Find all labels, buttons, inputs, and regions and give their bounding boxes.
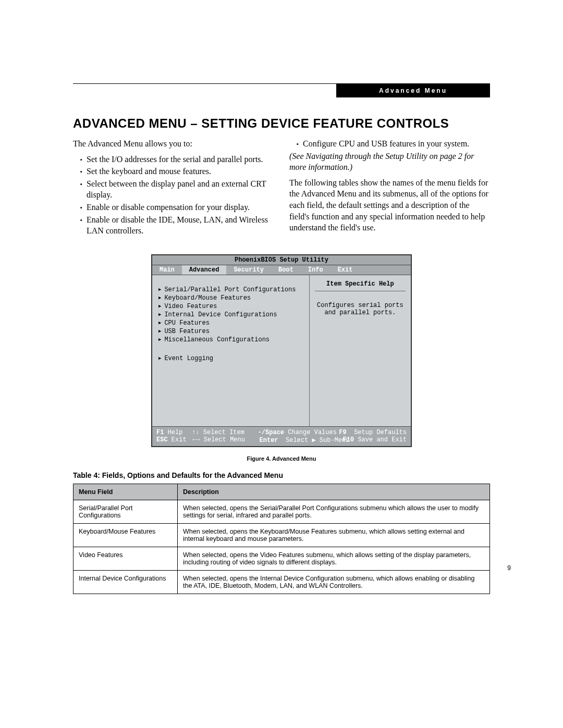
page-title: ADVANCED MENU – SETTING DEVICE FEATURE C… [73, 116, 490, 131]
left-column: The Advanced Menu allows you to: Set the… [73, 138, 274, 238]
table-header-field: Menu Field [74, 484, 178, 500]
right-paragraph: The following tables show the names of t… [289, 177, 490, 233]
bios-tab-boot: Boot [271, 265, 301, 275]
bios-item: ▶ Event Logging [158, 354, 304, 363]
bios-item: ▶ Keyboard/Mouse Features [158, 294, 304, 302]
table-cell-desc: When selected, opens the Serial/Parallel… [178, 500, 490, 523]
triangle-icon: ▶ [158, 320, 161, 326]
footer-select-item: Select Item [203, 429, 244, 436]
bios-help-panel: Item Specific Help Configures serial por… [309, 275, 411, 426]
bios-tab-main: Main [152, 265, 182, 275]
table-cell-field: Keyboard/Mouse Features [74, 523, 178, 547]
table-cell-desc: When selected, opens the Internal Device… [178, 570, 490, 594]
list-item: Select between the display panel and an … [80, 178, 274, 201]
triangle-icon: ▶ [158, 337, 161, 342]
bios-help-text-line: and parallel ports. [315, 309, 406, 316]
triangle-icon: ▶ [158, 328, 161, 334]
table-row: Video Features When selected, opens the … [74, 547, 490, 570]
footer-help-label: Help [168, 429, 183, 436]
bios-item: ▶ USB Features [158, 327, 304, 336]
figure-caption: Figure 4. Advanced Menu [73, 455, 490, 462]
bios-item-label: Serial/Parallel Port Configurations [164, 286, 296, 293]
table-cell-field: Internal Device Configurations [74, 570, 178, 594]
footer-select-menu: Select Menu [204, 436, 245, 443]
table-title: Table 4: Fields, Options and Defaults fo… [73, 471, 490, 479]
bios-item-label: Miscellaneous Configurations [164, 336, 270, 343]
menu-table: Menu Field Description Serial/Parallel P… [73, 484, 490, 594]
table-cell-desc: When selected, opens the Video Features … [178, 547, 490, 570]
bios-screenshot: PhoenixBIOS Setup Utility Main Advanced … [151, 254, 412, 447]
bios-item-label: USB Features [164, 328, 209, 335]
see-navigating-note: (See Navigating through the Setup Utilit… [289, 151, 490, 173]
bios-item-label: Internal Device Configurations [164, 311, 277, 318]
footer-save-exit: Save and Exit [358, 436, 407, 443]
page-number: 9 [507, 564, 511, 572]
key-enter: Enter [260, 437, 278, 444]
bios-item: ▶ Internal Device Configurations [158, 311, 304, 319]
bios-item: ▶ Miscellaneous Configurations [158, 336, 304, 344]
right-column: Configure CPU and USB features in your s… [289, 138, 490, 238]
arrows-updown-icon: ↑↓ [192, 429, 199, 436]
intro-columns: The Advanced Menu allows you to: Set the… [73, 138, 490, 238]
bios-help-title: Item Specific Help [315, 280, 406, 291]
bios-item-label: CPU Features [164, 319, 209, 327]
footer-setup-defaults: Setup Defaults [354, 429, 407, 436]
key-esc: ESC [156, 436, 168, 443]
key-f1: F1 [156, 429, 164, 436]
bios-tab-row: Main Advanced Security Boot Info Exit [152, 265, 411, 275]
bullet-list-right: Configure CPU and USB features in your s… [289, 138, 490, 150]
bios-window: PhoenixBIOS Setup Utility Main Advanced … [151, 254, 412, 447]
list-item: Enable or disable compensation for your … [80, 202, 274, 213]
bios-title: PhoenixBIOS Setup Utility [152, 255, 411, 265]
bios-item-label: Keyboard/Mouse Features [164, 294, 251, 302]
bios-body: ▶ Serial/Parallel Port Configurations ▶ … [152, 275, 411, 426]
bios-item: ▶ Video Features [158, 302, 304, 311]
bios-help-text-line: Configures serial ports [315, 302, 406, 309]
table-row: Keyboard/Mouse Features When selected, o… [74, 523, 490, 547]
bios-tab-advanced: Advanced [182, 265, 227, 275]
table-cell-field: Video Features [74, 547, 178, 570]
table-cell-desc: When selected, opens the Keyboard/Mouse … [178, 523, 490, 547]
footer-change-values: Change Values [288, 429, 337, 436]
triangle-icon: ▶ [158, 303, 161, 309]
bios-tab-exit: Exit [331, 265, 360, 275]
header-box: Advanced Menu [336, 84, 490, 97]
table-header-desc: Description [178, 484, 490, 500]
triangle-icon: ▶ [158, 312, 161, 317]
table-cell-field: Serial/Parallel Port Configurations [74, 500, 178, 523]
bios-footer: F1 Help ↑↓ Select Item -/Space Change Va… [152, 426, 411, 446]
list-item: Configure CPU and USB features in your s… [297, 138, 490, 150]
table-row: Serial/Parallel Port Configurations When… [74, 500, 490, 523]
key-f9: F9 [339, 429, 346, 436]
key-minus-space: -/Space [258, 429, 284, 436]
triangle-icon: ▶ [158, 295, 161, 301]
bios-item-label: Video Features [164, 303, 217, 310]
table-row: Internal Device Configurations When sele… [74, 570, 490, 594]
bios-item-label: Event Logging [164, 355, 213, 362]
bios-left-panel: ▶ Serial/Parallel Port Configurations ▶ … [152, 275, 309, 426]
arrows-leftright-icon: ←→ [192, 436, 200, 443]
footer-exit-label: Exit [172, 436, 187, 443]
header-band: Advanced Menu [73, 84, 490, 97]
bios-tab-info: Info [301, 265, 331, 275]
triangle-icon: ▶ [158, 355, 161, 361]
list-item: Set the I/O addresses for the serial and… [80, 154, 274, 165]
footer-select-submenu: Select ▶ Sub-Menu [286, 437, 349, 444]
list-item: Enable or disable the IDE, Mouse, LAN, a… [80, 214, 274, 237]
list-item: Set the keyboard and mouse features. [80, 166, 274, 177]
triangle-icon: ▶ [158, 287, 161, 292]
bios-item: ▶ Serial/Parallel Port Configurations [158, 286, 304, 294]
bios-item: ▶ CPU Features [158, 319, 304, 327]
key-f10: F10 [343, 436, 354, 443]
bios-tab-security: Security [226, 265, 271, 275]
bullet-list-left: Set the I/O addresses for the serial and… [73, 154, 274, 237]
intro-text: The Advanced Menu allows you to: [73, 138, 274, 150]
